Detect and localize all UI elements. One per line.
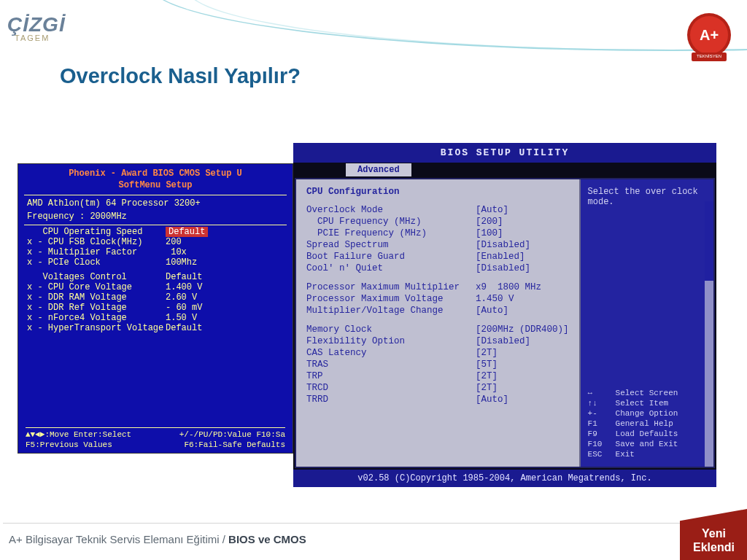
bios-setting-row: x - PCIe Clock100Mhz: [18, 257, 293, 268]
ami-setting-row: Boot Failure Guard[Enabled]: [306, 251, 569, 262]
ami-key-hint: F1General Help: [588, 419, 706, 429]
phoenix-bios-screenshot: Phoenix - Award BIOS CMOS Setup U SoftMe…: [18, 163, 293, 454]
ami-setting-row: CAS Latency[2T]: [306, 347, 569, 359]
ami-bios-screenshot: BIOS SETUP UTILITY Advanced CPU Configur…: [293, 143, 716, 486]
ami-key-hint: F10Save and Exit: [588, 439, 706, 449]
ami-key-hint: +-Change Option: [588, 408, 706, 419]
ami-setting-row: TRP[2T]: [306, 370, 569, 382]
bios-setting-row: x - nForce4 Voltage1.50 V: [18, 313, 293, 323]
ami-setting-row: Overclock Mode[Auto]: [306, 204, 569, 216]
ami-setting-row: Processor Maximum Voltage1.450 V: [306, 293, 569, 305]
ami-key-hint: ↔Select Screen: [588, 388, 706, 398]
ami-help-panel: Select the over clock mode. ↔Select Scre…: [581, 179, 713, 467]
ami-setting-row: Processor Maximum Multiplierx9 1800 MHz: [306, 281, 569, 293]
scrollbar-icon: [705, 201, 713, 467]
bios-setting-row: x - HyperTransport VoltageDefault: [18, 323, 293, 333]
ami-setting-row: PCIE Frequency (MHz)[100]: [306, 228, 569, 239]
ami-setting-row: CPU Frequency (MHz)[200]: [306, 216, 569, 228]
ami-setting-row: TRRD[Auto]: [306, 394, 569, 405]
ami-setting-row: Multiplier/Voltage Change[Auto]: [306, 305, 569, 316]
bios-setting-row: Voltages ControlDefault: [18, 272, 293, 282]
bios-setting-row: CPU Operating SpeedDefault: [18, 227, 293, 237]
bios-setting-row: x - CPU Core Voltage1.400 V: [18, 282, 293, 292]
phoenix-header: Phoenix - Award BIOS CMOS Setup U: [18, 164, 293, 180]
ami-tab-advanced: Advanced: [346, 163, 411, 176]
ami-footer: v02.58 (C)Copyright 1985-2004, American …: [293, 470, 716, 487]
footer-divider: [3, 523, 744, 524]
footer-text: A+ Bilgisayar Teknik Servis Elemanı Eğit…: [9, 533, 306, 545]
aplus-badge: A+ TEKNİSYEN SERTİFİKA: [687, 13, 731, 57]
brand-sub: TAGEM: [15, 34, 50, 42]
ami-setting-row: Spread Spectrum[Disabled]: [306, 239, 569, 251]
bios-setting-row: x - DDR Ref Voltage- 60 mV: [18, 303, 293, 313]
ami-setting-row: TRAS[5T]: [306, 359, 569, 370]
ami-key-hint: ESCExit: [588, 449, 706, 459]
ami-key-hint: F9Load Defaults: [588, 429, 706, 439]
phoenix-nav-help: ▲▼◄►:Move Enter:Select+/-/PU/PD:Value F1…: [18, 424, 293, 451]
ami-setting-row: Memory Clock[200MHz (DDR400)]: [306, 324, 569, 335]
phoenix-subheader: SoftMenu Setup: [18, 180, 293, 193]
cpu-info-line: AMD Athlon(tm) 64 Processor 3200+: [18, 197, 293, 210]
slide-title: Overclock Nasıl Yapılır?: [60, 64, 301, 88]
ami-setting-row: Flexibility Option[Disabled]: [306, 335, 569, 347]
bios-setting-row: x - CPU FSB Clock(MHz)200: [18, 237, 293, 247]
ami-title: BIOS SETUP UTILITY: [293, 143, 716, 163]
ami-key-hint: ↑↓Select Item: [588, 398, 706, 408]
ami-setting-row: TRCD[2T]: [306, 382, 569, 394]
bios-setting-row: x - Multiplier Factor 10x: [18, 247, 293, 257]
ami-setting-row: Cool' n' Quiet[Disabled]: [306, 262, 569, 274]
ami-section-heading: CPU Configuration: [306, 187, 569, 197]
bios-setting-row: x - DDR RAM Voltage2.60 V: [18, 292, 293, 303]
freq-info-line: Frequency : 2000MHz: [18, 210, 293, 223]
